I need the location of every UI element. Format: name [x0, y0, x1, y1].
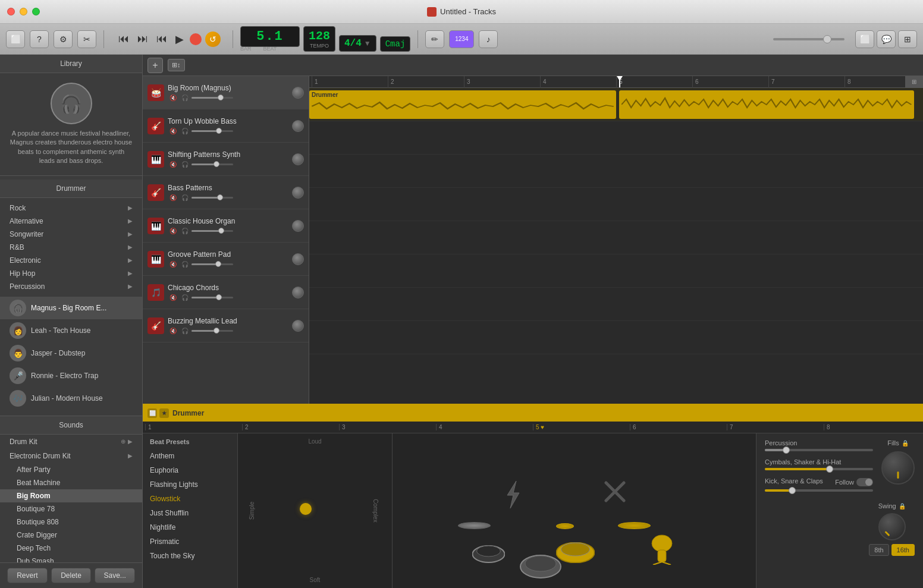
segment-0b[interactable] [619, 90, 913, 119]
add-track-button[interactable]: + [147, 58, 163, 73]
piano-button[interactable]: ♪ [479, 30, 498, 48]
track-dial-2[interactable] [292, 153, 304, 165]
genre-rock[interactable]: Rock ▶ [0, 202, 142, 215]
track-row-5[interactable]: 🎹 Groove Pattern Pad 🔇 🎧 [143, 243, 309, 276]
preset-flashing-lights[interactable]: Flashing Lights [143, 477, 237, 492]
track-row-2[interactable]: 🎹 Shifting Patterns Synth 🔇 🎧 [143, 143, 309, 176]
performance-pad[interactable]: Loud Soft Simple Complex [238, 433, 393, 588]
grid-button[interactable]: ⊞ [898, 30, 917, 48]
share-button[interactable]: 💬 [877, 30, 896, 48]
minimize-button[interactable] [20, 8, 27, 15]
track-row-3[interactable]: 🎸 Bass Patterns 🔇 🎧 [143, 176, 309, 209]
mute-2[interactable]: 🔇 [168, 161, 178, 168]
window-controls[interactable] [7, 8, 40, 15]
volume-slider-7[interactable] [191, 330, 233, 332]
settings-button[interactable]: ⚙ [54, 30, 73, 48]
fills-lock-icon[interactable]: 🔒 [902, 440, 909, 446]
editor-icon-2[interactable]: ★ [159, 408, 169, 418]
volume-slider-2[interactable] [191, 163, 233, 165]
track-row-1[interactable]: 🎸 Torn Up Wobble Bass 🔇 🎧 [143, 109, 309, 143]
pencil-button[interactable]: ✏ [425, 30, 444, 48]
master-volume[interactable] [773, 38, 844, 40]
note-8th-button[interactable]: 8th [869, 544, 889, 556]
delete-button[interactable]: Delete [51, 568, 92, 583]
headphones-3[interactable]: 🎧 [180, 194, 190, 202]
preset-touch-the-sky[interactable]: Touch the Sky [143, 549, 237, 563]
export-button[interactable]: ⬜ [855, 30, 874, 48]
timeline-row-4[interactable] [309, 221, 923, 254]
save-button[interactable]: Save... [95, 568, 135, 583]
follow-switch[interactable] [856, 478, 873, 486]
track-dial-7[interactable] [292, 320, 304, 332]
mute-1[interactable]: 🔇 [168, 127, 178, 135]
track-row-0[interactable]: 🥁 Big Room (Magnus) 🔇 🎧 [143, 76, 309, 109]
swing-lock-icon[interactable]: 🔒 [899, 503, 906, 510]
kit-tom-left[interactable] [472, 545, 505, 565]
fills-knob[interactable] [881, 451, 915, 485]
drum-kit-category[interactable]: Drum Kit ⊕ ▶ [0, 435, 142, 449]
segment-0a[interactable]: Drummer [309, 90, 616, 119]
genre-percussion[interactable]: Percussion ▶ [0, 280, 142, 293]
sound-big-room[interactable]: Big Room [0, 489, 142, 502]
headphones-4[interactable]: 🎧 [180, 227, 190, 235]
genre-hiphop[interactable]: Hip Hop ▶ [0, 267, 142, 280]
drummer-leah[interactable]: 👩 Leah - Tech House [0, 319, 142, 342]
preset-euphoria[interactable]: Euphoria [143, 463, 237, 477]
timeline-row-1[interactable] [309, 121, 923, 155]
track-row-7[interactable]: 🎸 Buzzing Metallic Lead 🔇 🎧 [143, 309, 309, 342]
kit-bass-drum[interactable] [520, 555, 561, 580]
track-dial-1[interactable] [292, 120, 304, 132]
maximize-button[interactable] [32, 8, 40, 15]
track-row-6[interactable]: 🎵 Chicago Chords 🔇 🎧 [143, 276, 309, 309]
revert-button[interactable]: Revert [7, 568, 48, 583]
editor-icon-1[interactable]: ⬜ [147, 408, 157, 418]
drummer-julian[interactable]: 🎶 Julian - Modern House [0, 387, 142, 410]
sound-after-party[interactable]: After Party [0, 463, 142, 476]
loop-button[interactable]: ↺ [205, 32, 221, 47]
volume-slider-6[interactable] [191, 297, 233, 298]
close-button[interactable] [7, 8, 15, 15]
help-button[interactable]: ? [30, 30, 49, 48]
tempo-display[interactable]: 128 TEMPO [303, 26, 335, 52]
headphones-5[interactable]: 🎧 [180, 260, 190, 268]
mute-3[interactable]: 🔇 [168, 194, 178, 202]
track-dial-6[interactable] [292, 287, 304, 298]
kit-cymbal-left[interactable] [458, 522, 491, 529]
mute-7[interactable]: 🔇 [168, 327, 178, 335]
volume-slider-0[interactable] [191, 97, 233, 99]
timeline-row-6[interactable] [309, 288, 923, 321]
drummer-jasper[interactable]: 👨 Jasper - Dubstep [0, 342, 142, 364]
mute-4[interactable]: 🔇 [168, 227, 178, 235]
kit-snare[interactable] [556, 542, 595, 565]
sound-boutique-808[interactable]: Boutique 808 [0, 515, 142, 529]
mute-5[interactable]: 🔇 [168, 260, 178, 268]
timeline-row-7[interactable] [309, 321, 923, 354]
timeline-row-3[interactable] [309, 188, 923, 221]
headphones-6[interactable]: 🎧 [180, 294, 190, 301]
smart-controls-button[interactable]: 1234 [449, 30, 474, 48]
volume-slider-3[interactable] [191, 197, 233, 199]
tracks-view-toggle[interactable]: ⊞↕ [168, 59, 185, 71]
genre-alternative[interactable]: Alternative ▶ [0, 215, 142, 228]
genre-rnb[interactable]: R&B ▶ [0, 241, 142, 254]
kit-cymbal-right[interactable] [618, 522, 651, 529]
pad-position-dot[interactable] [300, 503, 312, 515]
sound-deep-tech[interactable]: Deep Tech [0, 542, 142, 555]
swing-knob[interactable] [878, 513, 906, 540]
timeline-row-2[interactable] [309, 155, 923, 188]
play-button[interactable]: ▶ [173, 30, 186, 48]
mute-6[interactable]: 🔇 [168, 294, 178, 301]
note-16th-button[interactable]: 16th [891, 544, 915, 556]
kit-hand-icon[interactable] [647, 532, 677, 567]
preset-prismatic[interactable]: Prismatic [143, 534, 237, 549]
genre-electronic[interactable]: Electronic ▶ [0, 254, 142, 267]
sound-crate-digger[interactable]: Crate Digger [0, 529, 142, 542]
kit-lightning-icon[interactable] [501, 480, 525, 511]
time-sig-display[interactable]: 4/4 ▼ [339, 35, 376, 52]
preset-anthem[interactable]: Anthem [143, 449, 237, 463]
scissors-button[interactable]: ✂ [77, 30, 96, 48]
kit-hammer-icon[interactable] [603, 480, 627, 505]
mute-0[interactable]: 🔇 [168, 94, 178, 102]
kit-cymbal-center[interactable] [556, 523, 574, 529]
fast-forward-button[interactable]: ⏭ [135, 30, 150, 48]
